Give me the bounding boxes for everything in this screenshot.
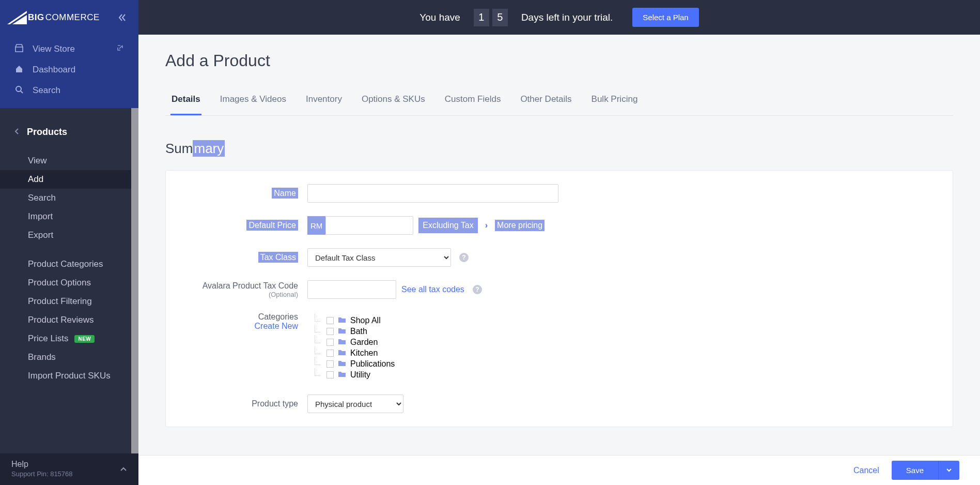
sidebar-item-brands[interactable]: Brands [0, 348, 131, 367]
chevron-down-icon [946, 467, 952, 473]
see-tax-codes-link[interactable]: See all tax codes [401, 285, 464, 294]
store-icon [14, 43, 24, 55]
category-label: Kitchen [350, 348, 378, 358]
view-store-link[interactable]: View Store [0, 39, 138, 59]
tab-options-skus[interactable]: Options & SKUs [361, 85, 426, 115]
folder-icon [338, 316, 346, 325]
sidebar-item-view[interactable]: View [0, 151, 131, 170]
tab-bulk-pricing[interactable]: Bulk Pricing [590, 85, 639, 115]
checkbox-icon[interactable] [326, 350, 334, 357]
sidebar-item-price-lists[interactable]: Price Lists NEW [0, 329, 131, 348]
label-name: Name [272, 188, 298, 199]
checkbox-icon[interactable] [326, 317, 334, 324]
folder-icon [338, 370, 346, 380]
sidebar-item-label: Price Lists [28, 334, 68, 344]
dashboard-label: Dashboard [33, 65, 75, 75]
sidebar-section-products[interactable]: Products [0, 119, 131, 144]
help-icon[interactable]: ? [459, 253, 469, 262]
folder-icon [338, 359, 346, 369]
trial-prefix: You have [419, 12, 460, 23]
summary-panel: Name Default Price RM Excluding Tax › Mo… [165, 170, 953, 427]
label-text: Categories [258, 312, 298, 321]
checkbox-icon[interactable] [326, 339, 334, 346]
main-content: Add a Product Details Images & Videos In… [138, 35, 980, 455]
save-button[interactable]: Save [892, 461, 938, 480]
trial-days: 1 5 [474, 9, 508, 26]
category-item[interactable]: Publications [307, 359, 395, 369]
footer-bar: Cancel Save [138, 455, 980, 485]
sidebar-item-label: Import Product SKUs [28, 371, 111, 381]
sidebar-collapse-button[interactable] [118, 13, 127, 22]
tab-label: Custom Fields [445, 94, 501, 104]
sidebar-item-import[interactable]: Import [0, 207, 131, 226]
sidebar-item-product-categories[interactable]: Product Categories [0, 255, 131, 274]
label-optional: (Optional) [199, 291, 298, 298]
dashboard-link[interactable]: Dashboard [0, 59, 138, 80]
sidebar-item-label: Export [28, 230, 53, 240]
sidebar-item-label: Search [28, 193, 56, 203]
sidebar-item-search[interactable]: Search [0, 189, 131, 207]
tab-label: Bulk Pricing [592, 94, 638, 104]
category-item[interactable]: Kitchen [307, 348, 395, 358]
sidebar-item-product-filtering[interactable]: Product Filtering [0, 292, 131, 311]
sidebar-nav: Products View Add Search Import Export P… [0, 108, 138, 453]
tab-images-videos[interactable]: Images & Videos [219, 85, 287, 115]
sidebar-item-import-skus[interactable]: Import Product SKUs [0, 367, 131, 385]
avalara-input[interactable] [307, 280, 396, 299]
section-title-summary: Summary [165, 141, 953, 157]
select-plan-button[interactable]: Select a Plan [632, 8, 698, 27]
category-item[interactable]: Bath [307, 327, 395, 336]
sidebar: BIGCOMMERCE View Store [0, 0, 138, 485]
help-icon[interactable]: ? [473, 285, 482, 294]
search-link[interactable]: Search [0, 80, 138, 101]
label-default-price: Default Price [246, 220, 298, 231]
label-avalara: Avalara Product Tax Code (Optional) [199, 281, 307, 298]
sidebar-item-product-reviews[interactable]: Product Reviews [0, 311, 131, 329]
label-product-type: Product type [199, 399, 307, 408]
tab-label: Other Details [520, 94, 571, 104]
create-category-link[interactable]: Create New [255, 322, 298, 330]
section-title-plain: Sum [165, 141, 193, 156]
tax-class-select[interactable]: Default Tax Class [307, 248, 451, 267]
tab-label: Inventory [306, 94, 342, 104]
logo[interactable]: BIGCOMMERCE [7, 11, 100, 24]
more-pricing-link[interactable]: More pricing [495, 220, 545, 231]
sidebar-item-label: Product Categories [28, 259, 103, 269]
tab-custom-fields[interactable]: Custom Fields [444, 85, 502, 115]
tab-label: Options & SKUs [362, 94, 425, 104]
tax-note: Excluding Tax [418, 218, 477, 233]
category-item[interactable]: Shop All [307, 316, 395, 325]
checkbox-icon[interactable] [326, 328, 334, 335]
label-categories: Categories Create New [199, 312, 307, 331]
tab-label: Details [172, 94, 200, 104]
tab-details[interactable]: Details [170, 85, 201, 115]
category-item[interactable]: Garden [307, 338, 395, 347]
trial-suffix: Days left in your trial. [521, 12, 613, 23]
cancel-button[interactable]: Cancel [853, 466, 879, 475]
checkbox-icon[interactable] [326, 360, 334, 368]
category-tree: Shop All Bath Garden [307, 312, 395, 381]
chevron-left-icon [14, 128, 20, 137]
category-label: Bath [350, 327, 367, 336]
tab-inventory[interactable]: Inventory [305, 85, 343, 115]
search-label: Search [33, 85, 60, 96]
sidebar-item-add[interactable]: Add [0, 170, 131, 189]
logo-big: BIG [28, 12, 44, 23]
product-type-select[interactable]: Physical product [307, 395, 403, 413]
trial-day-digit: 5 [492, 9, 508, 26]
sidebar-footer[interactable]: Help Support Pin: 815768 [0, 453, 138, 485]
chevron-double-left-icon [118, 13, 127, 22]
category-label: Utility [350, 370, 370, 380]
folder-icon [338, 338, 346, 347]
sidebar-item-label: View [28, 156, 47, 166]
category-item[interactable]: Utility [307, 370, 395, 380]
checkbox-icon[interactable] [326, 371, 334, 378]
tab-other-details[interactable]: Other Details [519, 85, 572, 115]
sidebar-item-product-options[interactable]: Product Options [0, 274, 131, 292]
price-input[interactable] [325, 216, 413, 235]
sidebar-item-export[interactable]: Export [0, 226, 131, 245]
logo-mark-icon [7, 11, 27, 24]
name-input[interactable] [307, 184, 558, 203]
save-dropdown-button[interactable] [938, 461, 959, 480]
trial-bar: You have 1 5 Days left in your trial. Se… [138, 0, 980, 35]
